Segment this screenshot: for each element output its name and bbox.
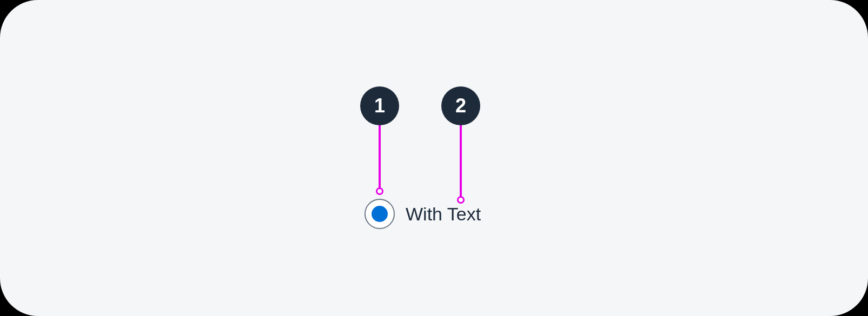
annotation-marker-1-number: 1 — [374, 95, 385, 117]
annotation-marker-2-number: 2 — [455, 95, 466, 117]
radio-with-text[interactable]: With Text — [365, 199, 481, 229]
annotation-marker-1: 1 — [360, 86, 399, 125]
annotation-leader-tip-1 — [376, 187, 383, 195]
annotation-leader-2 — [460, 125, 462, 198]
annotation-marker-2: 2 — [441, 86, 480, 125]
diagram-canvas: 1 2 With Text — [0, 0, 868, 316]
radio-button-icon — [365, 199, 395, 229]
radio-button-dot-icon — [372, 206, 388, 222]
annotation-leader-1 — [379, 125, 381, 189]
radio-label: With Text — [406, 205, 481, 223]
